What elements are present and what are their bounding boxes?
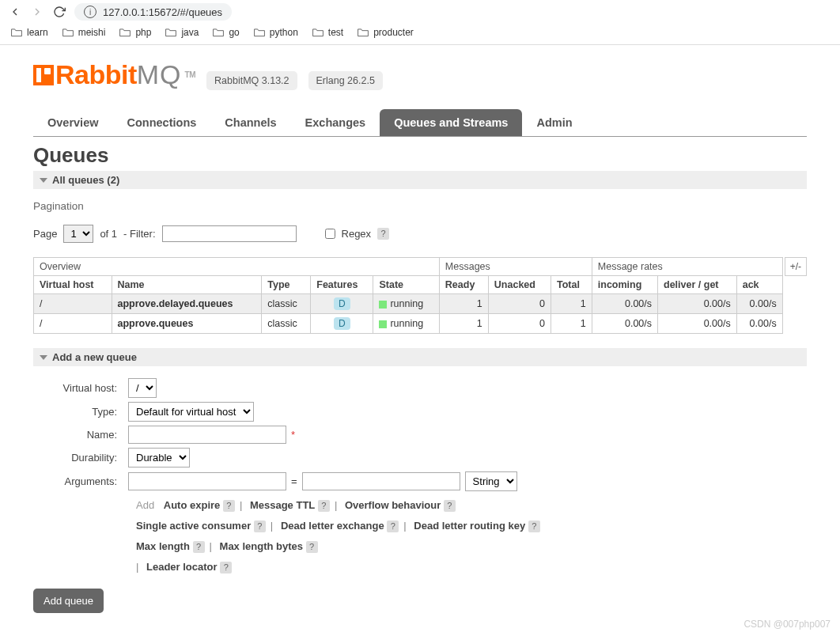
durability-label: Durability: bbox=[33, 452, 128, 464]
bookmark-item[interactable]: java bbox=[165, 27, 199, 38]
col-deliver[interactable]: deliver / get bbox=[658, 276, 737, 294]
folder-icon bbox=[213, 28, 224, 37]
pagination-controls: Page 1 of 1 - Filter: Regex ? bbox=[33, 225, 807, 243]
folder-icon bbox=[11, 28, 22, 37]
help-icon[interactable]: ? bbox=[254, 521, 266, 532]
col-ack[interactable]: ack bbox=[736, 276, 782, 294]
help-icon[interactable]: ? bbox=[306, 541, 318, 553]
folder-icon bbox=[119, 28, 131, 37]
hint-overflow[interactable]: Overflow behaviour bbox=[345, 499, 441, 511]
version-badge: RabbitMQ 3.13.2 bbox=[206, 71, 297, 90]
bookmark-item[interactable]: go bbox=[213, 27, 239, 38]
regex-checkbox[interactable] bbox=[325, 229, 335, 239]
hint-auto-expire[interactable]: Auto expire bbox=[164, 499, 221, 511]
col-state[interactable]: State bbox=[373, 276, 439, 294]
col-vhost[interactable]: Virtual host bbox=[34, 276, 112, 294]
vhost-select[interactable]: / bbox=[128, 378, 157, 398]
folder-icon bbox=[358, 28, 369, 37]
durability-select[interactable]: Durable bbox=[128, 448, 190, 468]
hint-max-length[interactable]: Max length bbox=[136, 540, 190, 552]
pagination-heading: Pagination bbox=[33, 200, 807, 212]
columns-toggle[interactable]: +/- bbox=[785, 257, 807, 276]
help-icon[interactable]: ? bbox=[444, 500, 456, 512]
help-icon[interactable]: ? bbox=[220, 562, 232, 574]
bookmark-item[interactable]: php bbox=[119, 27, 151, 38]
hint-max-length-bytes[interactable]: Max length bytes bbox=[220, 540, 303, 552]
name-label: Name: bbox=[33, 429, 128, 441]
col-name[interactable]: Name bbox=[112, 276, 262, 294]
bookmark-item[interactable]: python bbox=[254, 27, 298, 38]
col-group-messages: Messages bbox=[439, 258, 592, 276]
hint-single-active[interactable]: Single active consumer bbox=[136, 520, 251, 532]
forward-icon[interactable] bbox=[30, 5, 44, 19]
queues-table: Overview Messages Message rates Virtual … bbox=[33, 257, 783, 334]
help-icon[interactable]: ? bbox=[223, 500, 235, 512]
state-running-icon bbox=[379, 301, 387, 309]
col-features[interactable]: Features bbox=[311, 276, 373, 294]
chevron-down-icon bbox=[40, 178, 47, 183]
help-icon[interactable]: ? bbox=[318, 500, 330, 512]
table-row: / approve.queues classic D running 1 0 1… bbox=[34, 314, 783, 334]
all-queues-section[interactable]: All queues (2) bbox=[33, 171, 807, 189]
tab-connections[interactable]: Connections bbox=[113, 109, 211, 136]
durable-badge: D bbox=[334, 317, 350, 330]
bookmark-item[interactable]: producter bbox=[358, 27, 414, 38]
bookmark-item[interactable]: test bbox=[312, 27, 343, 38]
folder-icon bbox=[254, 28, 265, 37]
col-ready[interactable]: Ready bbox=[439, 276, 488, 294]
rabbitmq-logo-icon bbox=[33, 65, 54, 85]
argument-hints: Add Auto expire ?| Message TTL ?| Overfl… bbox=[136, 495, 807, 577]
folder-icon bbox=[62, 28, 74, 37]
tab-queues[interactable]: Queues and Streams bbox=[380, 109, 522, 136]
col-type[interactable]: Type bbox=[262, 276, 311, 294]
filter-input[interactable] bbox=[162, 225, 297, 242]
of-label: of 1 bbox=[100, 228, 117, 240]
name-input[interactable] bbox=[128, 426, 286, 444]
add-queue-section[interactable]: Add a new queue bbox=[33, 348, 807, 366]
help-icon[interactable]: ? bbox=[377, 228, 389, 240]
add-queue-button[interactable]: Add queue bbox=[33, 589, 104, 613]
url-text: 127.0.0.1:15672/#/queues bbox=[103, 6, 222, 18]
info-icon: i bbox=[84, 6, 96, 18]
arg-type-select[interactable]: String bbox=[465, 471, 517, 491]
chevron-down-icon bbox=[40, 355, 47, 360]
back-icon[interactable] bbox=[8, 5, 22, 19]
erlang-badge: Erlang 26.2.5 bbox=[308, 71, 383, 90]
tab-channels[interactable]: Channels bbox=[210, 109, 290, 136]
help-icon[interactable]: ? bbox=[528, 521, 540, 532]
help-icon[interactable]: ? bbox=[193, 541, 205, 553]
browser-nav-bar: i 127.0.0.1:15672/#/queues bbox=[0, 0, 840, 24]
col-group-overview: Overview bbox=[34, 258, 440, 276]
hint-dlrk[interactable]: Dead letter routing key bbox=[414, 520, 525, 532]
reload-icon[interactable] bbox=[52, 5, 66, 19]
filter-label: - Filter: bbox=[123, 228, 155, 240]
rabbitmq-logo: RabbitMQTM bbox=[33, 59, 195, 90]
bookmark-item[interactable]: meishi bbox=[62, 27, 106, 38]
tab-exchanges[interactable]: Exchanges bbox=[291, 109, 380, 136]
hint-dlx[interactable]: Dead letter exchange bbox=[281, 520, 384, 532]
brand-header: RabbitMQTM RabbitMQ 3.13.2 Erlang 26.2.5 bbox=[33, 59, 807, 90]
state-running-icon bbox=[379, 320, 387, 328]
col-total[interactable]: Total bbox=[551, 276, 592, 294]
durable-badge: D bbox=[334, 297, 350, 310]
col-incoming[interactable]: incoming bbox=[592, 276, 657, 294]
hint-leader-locator[interactable]: Leader locator bbox=[146, 561, 218, 573]
arg-key-input[interactable] bbox=[128, 472, 286, 490]
type-select[interactable]: Default for virtual host bbox=[128, 402, 254, 422]
arg-value-input[interactable] bbox=[302, 472, 460, 490]
required-star: * bbox=[291, 429, 295, 441]
hint-message-ttl[interactable]: Message TTL bbox=[250, 499, 315, 511]
folder-icon bbox=[312, 28, 324, 37]
tab-admin[interactable]: Admin bbox=[522, 109, 586, 136]
queue-link[interactable]: approve.queues bbox=[118, 318, 194, 329]
queue-link[interactable]: approve.delayed.queues bbox=[118, 298, 233, 309]
url-bar[interactable]: i 127.0.0.1:15672/#/queues bbox=[74, 3, 232, 21]
bookmarks-bar: learn meishi php java go python test pro… bbox=[0, 24, 840, 45]
tab-overview[interactable]: Overview bbox=[33, 109, 113, 136]
table-row: / approve.delayed.queues classic D runni… bbox=[34, 294, 783, 314]
help-icon[interactable]: ? bbox=[387, 521, 399, 532]
col-unacked[interactable]: Unacked bbox=[488, 276, 551, 294]
bookmark-item[interactable]: learn bbox=[11, 27, 48, 38]
page-select[interactable]: 1 bbox=[63, 225, 93, 243]
watermark: CSDN @007php007 bbox=[744, 619, 831, 627]
